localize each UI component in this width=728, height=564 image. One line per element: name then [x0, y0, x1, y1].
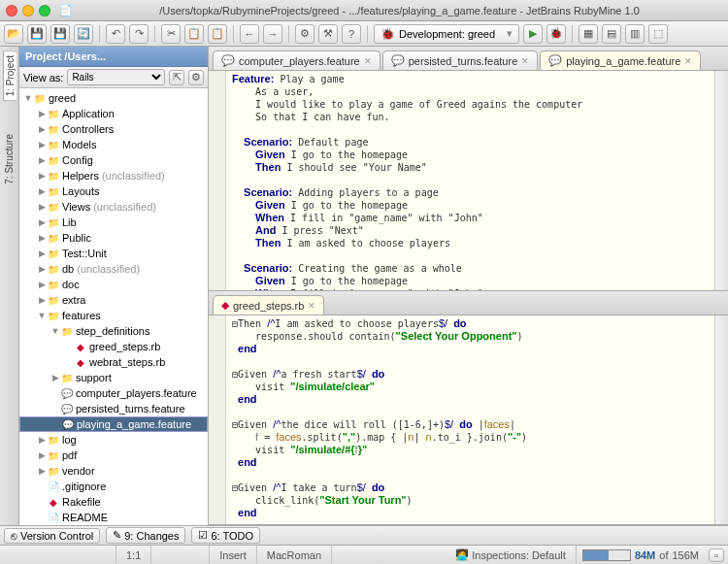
tree-arrow-icon[interactable] — [37, 124, 47, 134]
tree-item[interactable]: 📁Layouts — [19, 183, 208, 199]
tree-item[interactable]: 📁greed — [19, 90, 208, 106]
generate-button[interactable]: ⚒ — [318, 24, 338, 44]
paste-button[interactable]: 📋 — [208, 24, 227, 44]
hide-tool-windows-button[interactable]: ▫ — [709, 548, 724, 562]
tree-item[interactable]: 📁extra — [19, 292, 208, 308]
view-as-select[interactable]: Rails — [67, 69, 165, 85]
tool4-button[interactable]: ⬚ — [648, 24, 668, 44]
inspections-indicator[interactable]: 🧑‍💻 Inspections: Default — [446, 546, 577, 564]
tree-item[interactable]: 📁Test::Unit — [19, 246, 208, 261]
close-window-button[interactable] — [6, 5, 17, 17]
copy-button[interactable]: 📋 — [184, 24, 204, 44]
structure-tool-tab[interactable]: 7: Structure — [3, 130, 16, 188]
run-config-selector[interactable]: 🐞 Development: greed ▾ — [374, 24, 519, 44]
scrollbar-vertical[interactable] — [714, 315, 728, 524]
tree-item[interactable]: 📄.gitignore — [19, 479, 208, 494]
tree-arrow-icon[interactable] — [37, 450, 47, 460]
tree-item[interactable]: 📁features — [19, 308, 208, 323]
version-control-tab[interactable]: ⎋Version Control — [4, 528, 100, 544]
tree-item[interactable]: 📁Models — [19, 137, 208, 152]
encoding-indicator[interactable]: MacRoman — [257, 546, 332, 564]
save-all-button[interactable]: 💾 — [50, 24, 70, 44]
tree-item[interactable]: 📁Controllers — [19, 121, 208, 137]
redo-button[interactable]: ↷ — [129, 24, 149, 44]
zoom-window-button[interactable] — [39, 5, 50, 17]
tree-arrow-icon[interactable] — [50, 373, 60, 382]
tree-arrow-icon[interactable] — [37, 140, 47, 149]
tree-item[interactable]: 💬persisted_turns.feature — [19, 401, 208, 416]
tree-item[interactable]: 📁doc — [19, 277, 208, 292]
tree-arrow-icon[interactable] — [37, 202, 47, 212]
open-button[interactable]: 📂 — [4, 24, 23, 44]
tool1-button[interactable]: ▦ — [579, 24, 598, 44]
close-tab-icon[interactable]: ✕ — [364, 56, 372, 66]
tree-arrow-icon[interactable] — [50, 326, 60, 336]
steps-editor[interactable]: ⊟Then /^I am asked to choose players$/ d… — [226, 315, 714, 524]
tree-arrow-icon[interactable] — [37, 233, 47, 243]
tree-item[interactable]: 📁Helpers(unclassified) — [19, 168, 208, 183]
scrollbar-vertical[interactable] — [714, 71, 728, 290]
tree-item[interactable]: 📁Public — [19, 230, 208, 246]
minimize-window-button[interactable] — [22, 5, 34, 17]
tree-item[interactable]: 📁Lib — [19, 215, 208, 230]
tree-item[interactable]: 💬computer_players.feature — [19, 385, 208, 401]
debug-button[interactable]: 🐞 — [546, 24, 566, 44]
tree-item[interactable]: ◆greed_steps.rb — [19, 339, 208, 354]
tree-arrow-icon[interactable] — [37, 109, 47, 118]
editor-tab[interactable]: ◆greed_steps.rb✕ — [213, 295, 324, 315]
todo-tab[interactable]: ☑6: TODO — [191, 527, 260, 544]
tree-arrow-icon[interactable] — [37, 264, 47, 274]
tree-item[interactable]: 📁Application — [19, 106, 208, 121]
forward-button[interactable]: → — [263, 24, 282, 44]
tool3-button[interactable]: ▥ — [625, 24, 645, 44]
tree-arrow-icon[interactable] — [37, 249, 47, 258]
tree-item[interactable]: 📁log — [19, 432, 208, 448]
editor-tab[interactable]: 💬persisted_turns.feature✕ — [382, 50, 539, 70]
memory-indicator[interactable]: 84M of 156M — [577, 549, 705, 561]
tree-item[interactable]: 📁vendor — [19, 463, 208, 479]
project-tool-tab[interactable]: 1: Project — [3, 50, 17, 101]
collapse-all-button[interactable]: ⇱ — [169, 70, 184, 85]
help-button[interactable]: ? — [342, 24, 361, 44]
tree-arrow-icon[interactable] — [37, 466, 47, 476]
tree-item[interactable]: 📁step_definitions — [19, 323, 208, 339]
tree-item-icon: 📁 — [47, 217, 60, 228]
tree-item[interactable]: 📁Config — [19, 152, 208, 168]
tree-item[interactable]: ◆webrat_steps.rb — [19, 354, 208, 370]
tree-arrow-icon[interactable] — [23, 93, 33, 103]
editor-tab[interactable]: 💬playing_a_game.feature✕ — [540, 50, 701, 70]
panel-settings-button[interactable]: ⚙ — [188, 70, 204, 85]
tree-item[interactable]: 📁Views(unclassified) — [19, 199, 208, 215]
tree-item[interactable]: 💬playing_a_game.feature — [19, 416, 208, 432]
tree-item[interactable]: ◆Rakefile — [19, 494, 208, 510]
close-tab-icon[interactable]: ✕ — [521, 56, 529, 66]
feature-editor[interactable]: Feature: Play a game As a user, I would … — [226, 71, 714, 290]
cut-button[interactable]: ✂ — [161, 24, 181, 44]
close-tab-icon[interactable]: ✕ — [308, 301, 315, 311]
changes-tab[interactable]: ✎9: Changes — [106, 527, 185, 544]
tool2-button[interactable]: ▤ — [602, 24, 621, 44]
tree-arrow-icon[interactable] — [37, 171, 47, 181]
save-button[interactable]: 💾 — [27, 24, 47, 44]
tree-item[interactable]: 📁db(unclassified) — [19, 261, 208, 277]
insert-mode-indicator[interactable]: Insert — [210, 546, 257, 564]
undo-button[interactable]: ↶ — [106, 24, 125, 44]
tree-arrow-icon[interactable] — [37, 311, 47, 320]
tree-arrow-icon[interactable] — [37, 280, 47, 289]
tree-item[interactable]: 📁support — [19, 370, 208, 385]
tree-arrow-icon[interactable] — [37, 435, 47, 445]
run-button[interactable]: ▶ — [523, 24, 543, 44]
tree-item[interactable]: 📁pdf — [19, 448, 208, 463]
close-tab-icon[interactable]: ✕ — [684, 56, 692, 66]
back-button[interactable]: ← — [240, 24, 259, 44]
settings-button[interactable]: ⚙ — [295, 24, 314, 44]
tree-arrow-icon[interactable] — [37, 295, 47, 305]
tree-item[interactable]: 📄README — [19, 510, 208, 525]
tree-arrow-icon[interactable] — [37, 186, 47, 196]
editor-tab[interactable]: 💬computer_players.feature✕ — [213, 50, 381, 70]
tree-arrow-icon[interactable] — [37, 217, 47, 227]
tree-arrow-icon[interactable] — [37, 155, 47, 165]
refresh-button[interactable]: 🔄 — [74, 24, 93, 44]
project-tree[interactable]: 📁greed📁Application📁Controllers📁Models📁Co… — [19, 88, 208, 525]
line-col-indicator[interactable]: 1:1 — [116, 546, 151, 564]
